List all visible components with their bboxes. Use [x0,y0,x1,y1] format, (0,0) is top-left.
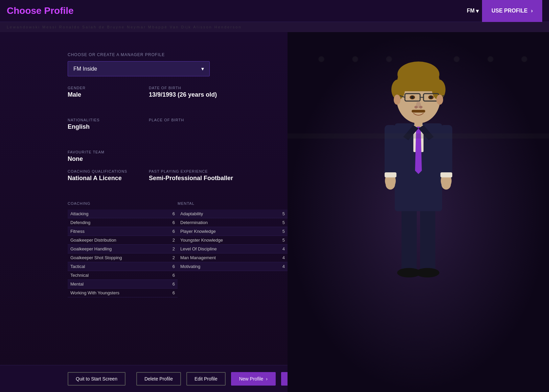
coaching-qual-field: COACHING QUALIFICATIONS National A Licen… [68,169,135,189]
stats-section: COACHING Attacking 6 Defending 6 Fitness… [68,201,288,297]
stat-value-label: 6 [168,220,175,225]
stat-value-label: 4 [278,255,285,260]
mental-stats-header: MENTAL [178,201,288,207]
fm-logo-button[interactable]: FM ▾ [467,8,479,14]
stat-value-label: 5 [278,220,285,225]
fm-logo-text: FM [467,8,475,14]
stat-name-label: Goalkeeper Shot Stopping [70,255,122,260]
dob-label: DATE OF BIRTH [149,86,250,90]
stat-name-label: Man Management [180,255,216,260]
chevron-down-icon: ▾ [201,66,204,72]
svg-point-41 [352,56,358,62]
stat-value-label: 2 [168,255,175,260]
dob-field: DATE OF BIRTH 13/9/1993 (26 years old) [149,86,250,105]
nationality-pob-row: NATIONALITIES English PLACE OF BIRTH [68,118,288,143]
stat-value-label: 2 [168,238,175,243]
svg-point-45 [522,56,527,62]
stat-name-label: Goalkeeper Handling [70,246,112,251]
stat-value-label: 6 [168,229,175,234]
place-of-birth-label: PLACE OF BIRTH [149,118,250,122]
stat-name-label: Youngster Knowledge [180,238,223,243]
main-content: CHOOSE OR CREATE A MANAGER PROFILE FM In… [0,32,549,392]
manager-image-panel [288,32,549,392]
svg-point-42 [386,56,392,62]
coaching-stats-column: COACHING Attacking 6 Defending 6 Fitness… [68,201,178,297]
svg-rect-46 [288,133,549,139]
table-row: Level Of Discipline 4 [178,245,288,253]
table-row: Mental 6 [68,280,178,289]
gender-dob-row: GENDER Male DATE OF BIRTH 13/9/1993 (26 … [68,86,288,111]
stat-value-label: 6 [168,273,175,278]
left-panel: CHOOSE OR CREATE A MANAGER PROFILE FM In… [0,32,288,392]
nationality-value: English [68,123,135,130]
nationality-field: NATIONALITIES English [68,118,135,137]
new-profile-arrow-icon: › [266,376,268,382]
delete-profile-button[interactable]: Delete Profile [136,372,181,386]
table-row: Youngster Knowledge 5 [178,236,288,245]
past-exp-value: Semi-Professional Footballer [149,175,250,182]
table-row: Tactical 6 [68,262,178,271]
stat-name-label: Defending [70,220,90,225]
locker-room-bg-svg [288,32,549,392]
quit-button[interactable]: Quit to Start Screen [68,372,125,386]
page-title: Choose Profile [7,5,74,16]
stat-name-label: Fitness [70,229,85,234]
stat-value-label: 5 [278,211,285,216]
stat-value-label: 6 [168,264,175,269]
svg-point-44 [488,56,493,62]
gender-value: Male [68,91,135,98]
svg-point-40 [319,56,324,62]
profile-dropdown-value: FM Inside [73,66,97,72]
table-row: Adaptability 5 [178,210,288,218]
table-row: Player Knowledge 5 [178,227,288,236]
favourite-team-value: None [68,155,288,163]
stat-value-label: 5 [278,238,285,243]
table-row: Man Management 4 [178,253,288,262]
place-of-birth-field: PLACE OF BIRTH [149,118,250,137]
favourite-team-label: FAVOURITE TEAM [68,150,288,154]
stat-name-label: Player Knowledge [180,229,216,234]
table-row: Defending 6 [68,218,178,227]
profile-dropdown[interactable]: FM Inside ▾ [68,61,210,76]
coaching-stats-header: COACHING [68,201,178,207]
edit-profile-button[interactable]: Edit Profile [186,372,226,386]
use-profile-arrow-icon: › [531,8,533,14]
coaching-experience-row: COACHING QUALIFICATIONS National A Licen… [68,169,288,195]
coaching-stats-list: Attacking 6 Defending 6 Fitness 6 Goalke… [68,210,178,297]
mental-stats-list: Adaptability 5 Determination 5 Player Kn… [178,210,288,271]
stat-name-label: Mental [70,281,84,287]
mental-stats-column: MENTAL Adaptability 5 Determination 5 Pl… [178,201,288,297]
background-names-strip: Lewandowski Messi Ronaldo Salah de Bruyn… [0,22,549,32]
stat-name-label: Technical [70,273,89,278]
table-row: Goalkeeper Distribution 2 [68,236,178,245]
table-row: Determination 5 [178,218,288,227]
stat-name-label: Adaptability [180,211,203,216]
new-profile-button[interactable]: New Profile › [231,372,276,386]
header-right: FM ▾ USE PROFILE › [467,0,542,22]
table-row: Attacking 6 [68,210,178,218]
stat-value-label: 4 [278,246,285,251]
coaching-qual-value: National A Licence [68,175,135,182]
table-row: Technical 6 [68,271,178,280]
stat-name-label: Tactical [70,264,85,269]
stat-name-label: Goalkeeper Distribution [70,238,116,243]
stat-value-label: 6 [168,281,175,287]
profile-section-heading: CHOOSE OR CREATE A MANAGER PROFILE [68,52,288,57]
header: Choose Profile FM ▾ USE PROFILE › [0,0,549,22]
dob-value: 13/9/1993 (26 years old) [149,91,250,98]
table-row: Goalkeeper Shot Stopping 2 [68,253,178,262]
stat-value-label: 4 [278,264,285,269]
stat-name-label: Motivating [180,264,200,269]
table-row: Goalkeeper Handling 2 [68,245,178,253]
stat-value-label: 2 [168,246,175,251]
favourite-team-field: FAVOURITE TEAM None [68,150,288,163]
stat-name-label: Determination [180,220,208,225]
bottom-bar: Quit to Start Screen Delete Profile Edit… [0,365,288,392]
stat-value-label: 6 [168,211,175,216]
gender-field: GENDER Male [68,86,135,105]
gender-label: GENDER [68,86,135,90]
nationality-label: NATIONALITIES [68,118,135,122]
use-profile-header-button[interactable]: USE PROFILE › [482,0,542,22]
stat-name-label: Level Of Discipline [180,246,217,251]
stat-name-label: Attacking [70,211,88,216]
